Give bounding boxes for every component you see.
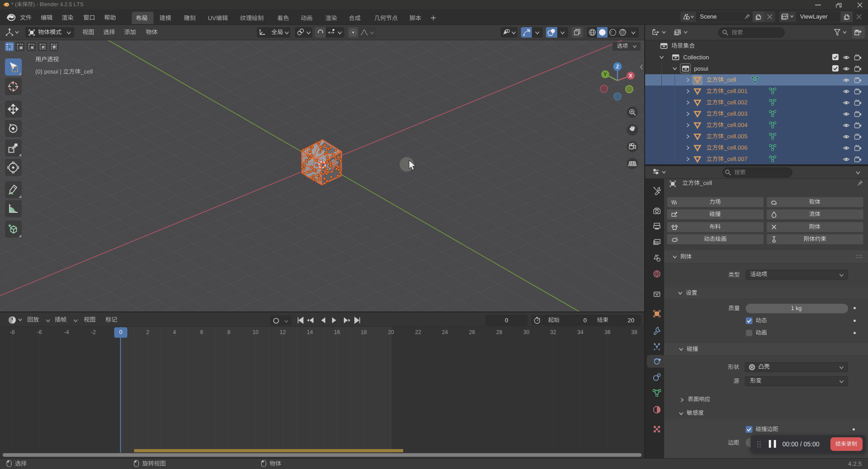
svg-text:X: X xyxy=(629,73,632,78)
svg-text:Z: Z xyxy=(616,64,619,69)
svg-text:Y: Y xyxy=(603,72,607,77)
